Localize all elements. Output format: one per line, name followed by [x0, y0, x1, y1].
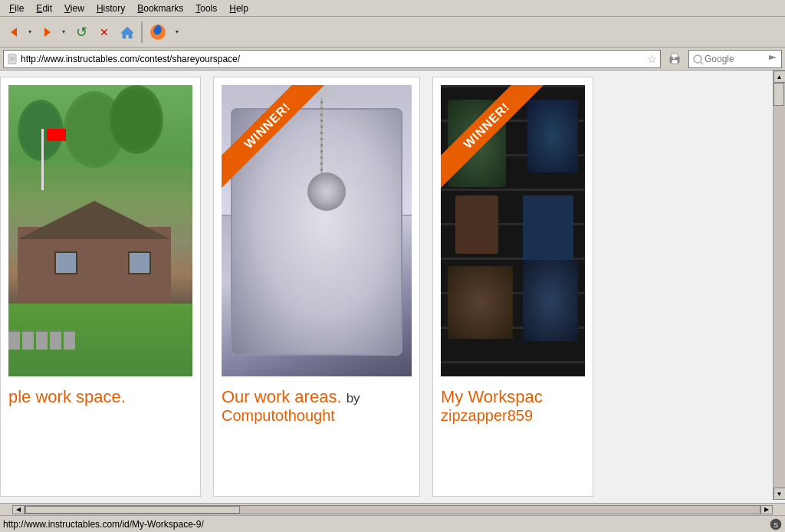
back-dropdown[interactable]: ▾ — [25, 21, 35, 43]
search-input[interactable] — [705, 54, 766, 64]
menu-file[interactable]: File — [3, 2, 30, 15]
forward-button[interactable] — [37, 21, 58, 43]
svg-text:S: S — [774, 521, 778, 529]
card-2-author: Computothought — [222, 407, 412, 425]
svg-rect-10 — [672, 60, 678, 64]
horizontal-scrollbar[interactable]: ◀ ▶ — [0, 503, 785, 515]
google-logo-icon — [692, 54, 703, 64]
menu-edit[interactable]: Edit — [30, 2, 58, 15]
card-3-title: My Workspac — [441, 387, 585, 407]
svg-marker-14 — [769, 55, 777, 60]
svg-marker-2 — [121, 27, 133, 38]
status-icons: S — [770, 518, 782, 530]
status-url: http://www.instructables.com/id/My-Works… — [3, 519, 770, 530]
menu-history[interactable]: History — [90, 2, 131, 15]
card-3-image: WINNER! — [441, 85, 585, 376]
reload-button[interactable]: ↺ — [71, 21, 92, 43]
search-wrap[interactable] — [688, 50, 782, 68]
print-button[interactable] — [664, 48, 685, 70]
stop-button[interactable]: ✕ — [94, 21, 115, 43]
toolbar-separator — [141, 21, 143, 43]
card-1[interactable]: ple work space. — [0, 77, 201, 497]
h-scroll-thumb[interactable] — [25, 506, 240, 514]
card-1-title: ple work space. — [8, 387, 192, 407]
card-1-text: ple work space. — [8, 376, 192, 407]
fx-logo[interactable] — [146, 21, 170, 43]
menu-tools[interactable]: Tools — [189, 2, 223, 15]
card-2-image: WINNER! — [222, 85, 412, 376]
card-1-image — [8, 85, 192, 376]
vertical-scrollbar[interactable]: ▲ ▼ — [773, 71, 785, 500]
menu-bookmarks[interactable]: Bookmarks — [131, 2, 189, 15]
security-icon: S — [770, 518, 782, 530]
svg-marker-1 — [44, 28, 51, 37]
bookmark-star[interactable]: ☆ — [647, 53, 657, 65]
page-icon — [7, 54, 18, 64]
address-bar: ☆ — [0, 48, 785, 71]
page-content: ple work space. — [0, 71, 785, 503]
h-scroll-track[interactable] — [25, 505, 760, 514]
nav-group-forward: ▾ — [37, 21, 69, 43]
scroll-thumb[interactable] — [774, 83, 784, 106]
address-input-wrap[interactable]: ☆ — [3, 50, 661, 68]
back-button[interactable] — [3, 21, 25, 43]
svg-rect-11 — [673, 57, 675, 59]
menu-bar: File Edit View History Bookmarks Tools H… — [0, 0, 785, 17]
toolbar: ▾ ▾ ↺ ✕ ▾ — [0, 17, 785, 48]
cards-row: ple work space. — [0, 71, 785, 503]
menu-view[interactable]: View — [58, 2, 90, 15]
url-input[interactable] — [21, 54, 644, 64]
svg-rect-9 — [672, 54, 678, 57]
forward-dropdown[interactable]: ▾ — [58, 21, 69, 43]
card-3[interactable]: WINNER! My Workspac zipzapper859 — [432, 77, 593, 497]
svg-line-13 — [701, 62, 703, 64]
nav-group-back: ▾ — [3, 21, 35, 43]
scroll-left-arrow[interactable]: ◀ — [12, 505, 25, 514]
status-bar: http://www.instructables.com/id/My-Works… — [0, 515, 785, 532]
card-2[interactable]: WINNER! Our work areas. by Computothough… — [213, 77, 420, 497]
svg-point-12 — [694, 55, 701, 63]
card-2-title: Our work areas. by — [222, 387, 412, 407]
card-3-author: zipzapper859 — [441, 407, 585, 425]
svg-marker-0 — [11, 28, 17, 37]
scroll-up-arrow[interactable]: ▲ — [774, 71, 786, 83]
search-submit[interactable] — [767, 52, 778, 65]
menu-help[interactable]: Help — [223, 2, 255, 15]
fx-dropdown[interactable]: ▾ — [172, 21, 182, 43]
home-button[interactable] — [117, 21, 138, 43]
card-2-text: Our work areas. by Computothought — [222, 376, 412, 425]
scroll-track[interactable] — [774, 83, 786, 488]
scroll-down-arrow[interactable]: ▼ — [774, 488, 786, 500]
card-3-text: My Workspac zipzapper859 — [441, 376, 585, 425]
scroll-right-arrow[interactable]: ▶ — [760, 505, 773, 514]
